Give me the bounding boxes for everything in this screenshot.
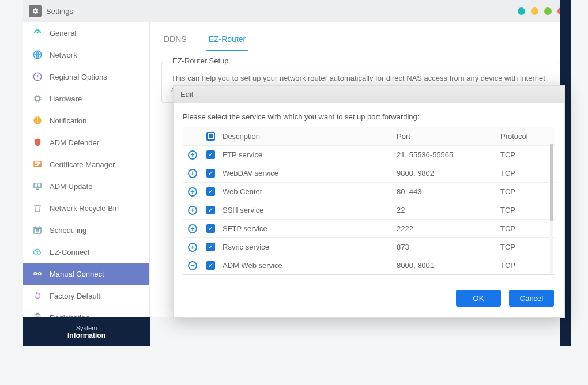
clipboard-icon (32, 312, 43, 317)
expand-icon[interactable]: + (188, 187, 197, 197)
row-checkbox[interactable] (206, 150, 215, 159)
group-legend: EZ-Router Setup (169, 56, 232, 65)
expand-icon[interactable]: + (188, 243, 197, 252)
row-checkbox[interactable] (206, 169, 215, 178)
select-all-checkbox[interactable] (206, 132, 215, 141)
system-information-footer: System Information (23, 317, 150, 346)
row-protocol: TCP (497, 220, 555, 237)
window-dot-1[interactable] (518, 7, 525, 15)
row-port: 2222 (393, 220, 497, 237)
table-row[interactable]: +FTP service21, 55536-55565TCP (183, 146, 555, 164)
table-row[interactable]: +SFTP service2222TCP (183, 220, 555, 238)
row-protocol: TCP (497, 201, 555, 219)
table-row[interactable]: +Web Center80, 443TCP (183, 183, 555, 201)
sidebar-item-network-recycle-bin[interactable]: Network Recycle Bin (23, 197, 149, 219)
titlebar: Settings (23, 0, 571, 22)
row-protocol: TCP (497, 238, 555, 256)
sidebar-item-ez-connect[interactable]: EZ-Connect (23, 241, 149, 263)
chip-icon (32, 93, 43, 104)
ok-button[interactable]: OK (456, 290, 501, 307)
tab-ddns[interactable]: DDNS (161, 31, 189, 51)
column-protocol[interactable]: Protocol (497, 127, 555, 145)
row-checkbox[interactable] (206, 206, 215, 214)
port-forwarding-table: Description Port Protocol +FTP service21… (183, 127, 555, 275)
sidebar-item-label: ADM Update (50, 182, 92, 191)
cloud-icon (32, 247, 43, 257)
sidebar-item-adm-update[interactable]: ADM Update (23, 175, 149, 197)
tabs: DDNS EZ-Router (161, 31, 559, 51)
collapse-icon[interactable]: − (188, 261, 197, 270)
row-description: FTP service (219, 146, 393, 164)
update-icon (32, 181, 43, 191)
window-dot-3[interactable] (544, 7, 552, 15)
row-description: ADM Web service (219, 256, 393, 274)
sidebar-item-network[interactable]: Network (23, 44, 149, 66)
table-row[interactable]: +Rsync service873TCP (183, 238, 555, 256)
row-port: 9800, 9802 (393, 164, 497, 182)
row-checkbox[interactable] (206, 243, 215, 251)
expand-icon[interactable]: + (188, 169, 197, 178)
column-description[interactable]: Description (219, 127, 393, 145)
tab-ez-router[interactable]: EZ-Router (206, 31, 248, 51)
recycle-icon (32, 203, 43, 213)
settings-icon (29, 5, 42, 17)
svg-point-12 (34, 273, 37, 275)
sidebar: GeneralNetworkRegional OptionsHardwareNo… (23, 22, 150, 317)
sidebar-item-label: Factory Default (50, 292, 100, 300)
row-protocol: TCP (497, 256, 555, 274)
row-checkbox[interactable] (206, 261, 215, 270)
sidebar-item-label: Regional Options (50, 73, 107, 81)
expand-icon[interactable]: + (188, 224, 197, 233)
window-dot-2[interactable] (531, 7, 538, 15)
row-checkbox[interactable] (206, 224, 215, 233)
globe-icon (32, 50, 43, 60)
sidebar-item-hardware[interactable]: Hardware (23, 88, 149, 110)
sidebar-item-manual-connect[interactable]: Manual Connect (23, 263, 149, 285)
row-protocol: TCP (497, 146, 555, 164)
expand-icon[interactable]: + (188, 206, 197, 215)
svg-rect-6 (37, 122, 38, 123)
table-row[interactable]: +WebDAV service9800, 9802TCP (183, 164, 555, 183)
scrollbar-thumb[interactable] (550, 144, 553, 221)
footer-line-2: Information (67, 331, 105, 339)
sidebar-item-factory-default[interactable]: Factory Default (23, 285, 149, 307)
table-header: Description Port Protocol (183, 127, 555, 146)
undo-icon (32, 290, 43, 301)
sidebar-item-registration[interactable]: Registration (23, 307, 149, 317)
certificate-icon (32, 159, 43, 169)
sidebar-item-certificate-manager[interactable]: Certificate Manager (23, 153, 149, 175)
svg-rect-5 (37, 118, 38, 121)
table-row[interactable]: +SSH service22TCP (183, 201, 555, 220)
sidebar-item-general[interactable]: General (23, 22, 149, 44)
row-protocol: TCP (497, 183, 555, 201)
sidebar-item-label: ADM Defender (50, 138, 99, 147)
edit-dialog: Edit Please select the service with whic… (173, 85, 565, 318)
cancel-button[interactable]: Cancel (509, 290, 554, 307)
row-port: 80, 443 (393, 183, 497, 201)
row-port: 21, 55536-55565 (393, 146, 497, 164)
sidebar-item-adm-defender[interactable]: ADM Defender (23, 131, 149, 153)
column-port[interactable]: Port (393, 127, 497, 145)
row-checkbox[interactable] (206, 187, 215, 196)
expand-icon[interactable]: + (188, 150, 197, 160)
sidebar-item-notification[interactable]: Notification (23, 110, 149, 131)
window-controls (518, 7, 565, 15)
sidebar-item-label: Notification (50, 116, 86, 125)
svg-rect-3 (35, 96, 40, 101)
sidebar-item-label: Hardware (50, 95, 82, 103)
table-scrollbar[interactable] (550, 144, 553, 273)
row-description: SFTP service (219, 220, 393, 237)
row-description: Rsync service (219, 238, 393, 256)
connect-icon (32, 269, 43, 279)
shield-icon (32, 137, 43, 148)
table-row[interactable]: −ADM Web service8000, 8001TCP (183, 256, 555, 274)
sidebar-item-label: Manual Connect (50, 270, 104, 278)
row-port: 22 (393, 201, 497, 219)
sidebar-item-scheduling[interactable]: Scheduling (23, 219, 149, 241)
alert-icon (32, 115, 43, 126)
dialog-instruction: Please select the service with which you… (183, 112, 555, 121)
row-description: SSH service (219, 201, 393, 219)
svg-point-2 (37, 75, 39, 77)
sidebar-item-regional-options[interactable]: Regional Options (23, 66, 149, 88)
sidebar-item-label: Network (50, 51, 77, 59)
